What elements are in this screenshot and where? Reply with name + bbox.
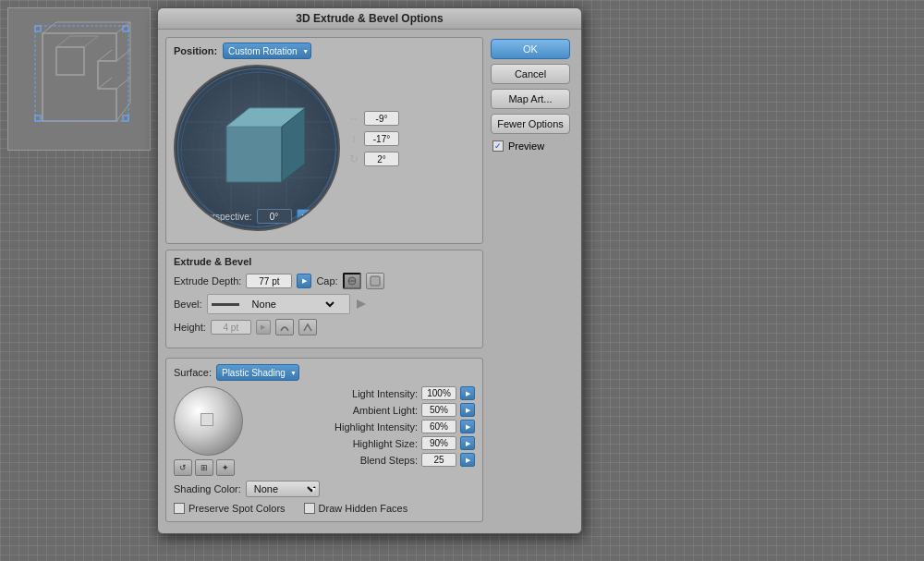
bevel-line-indicator (212, 303, 239, 306)
preview-label: Preview (508, 140, 544, 152)
bevel-arrow-wrapper (357, 298, 366, 311)
preview-checkbox[interactable]: ✓ (492, 140, 504, 152)
dialog-body: Position: Custom Rotation (158, 37, 581, 522)
position-dropdown[interactable]: Custom Rotation (223, 43, 311, 59)
highlight-intensity-row: Highlight Intensity: 60% ▶ (253, 420, 475, 433)
perspective-arrow-btn[interactable]: ▶ (297, 209, 313, 224)
bevel-selector: None (207, 294, 350, 314)
perspective-input[interactable] (257, 209, 292, 224)
light-intensity-row: Light Intensity: 100% ▶ (253, 386, 475, 400)
perspective-label: Perspective: (201, 212, 251, 222)
map-art-button[interactable]: Map Art... (491, 89, 570, 109)
extrude-depth-label: Extrude Depth: (174, 275, 241, 287)
3d-preview-container: Perspective: ▶ (174, 65, 340, 236)
blend-steps-row: Blend Steps: 25 ▶ (253, 453, 475, 467)
height-input[interactable] (211, 320, 251, 335)
dialog-right-panel: OK Cancel Map Art... Fewer Options ✓ Pre… (491, 37, 574, 522)
ambient-light-row: Ambient Light: 50% ▶ (253, 403, 475, 417)
shading-color-label: Shading Color: (174, 483, 241, 494)
rotation-x-input[interactable]: -9° (364, 111, 399, 126)
svg-marker-21 (357, 299, 366, 309)
shading-small-square (201, 413, 213, 426)
highlight-intensity-value: 60% (421, 420, 456, 433)
position-select-wrapper[interactable]: Custom Rotation (223, 43, 311, 59)
rotate-y-icon: ↕ (347, 132, 360, 145)
light-intensity-arrow[interactable]: ▶ (460, 386, 475, 400)
blend-steps-value: 25 (421, 453, 456, 467)
artwork-thumbnail (7, 7, 151, 151)
surface-content: ↺ ⊞ ✦ Light Intensity: 100% ▶ (174, 386, 475, 476)
rotation-z-input[interactable]: 2° (364, 152, 399, 166)
dialog-title: 3D Extrude & Bevel Options (296, 12, 443, 25)
draw-hidden-checkbox[interactable] (304, 503, 315, 514)
rotate-z-icon: ↻ (347, 152, 360, 165)
extrude-depth-input[interactable] (246, 274, 292, 288)
height-round-btn[interactable] (275, 319, 294, 335)
ok-button[interactable]: OK (491, 39, 570, 59)
height-label: Height: (174, 322, 206, 333)
fewer-options-button[interactable]: Fewer Options (491, 114, 570, 134)
height-row: Height: ▶ (174, 319, 475, 335)
height-arrow-btn[interactable]: ▶ (256, 320, 271, 335)
ambient-light-arrow[interactable]: ▶ (460, 403, 475, 417)
shading-color-dropdown[interactable]: None (246, 481, 320, 497)
surface-label: Surface: (174, 367, 212, 378)
svg-rect-2 (35, 116, 41, 121)
svg-marker-15 (226, 127, 282, 182)
perspective-row: Perspective: ▶ (176, 209, 338, 224)
draw-hidden-item: Draw Hidden Faces (304, 503, 408, 514)
3d-preview-sphere: Perspective: ▶ (174, 65, 340, 231)
highlight-intensity-arrow[interactable]: ▶ (460, 420, 475, 433)
extrude-depth-row: Extrude Depth: ▶ Cap: (174, 273, 475, 289)
light-intensity-value: 100% (421, 386, 456, 400)
cancel-button[interactable]: Cancel (491, 64, 570, 84)
rotation-y-row: ↕ -17° (347, 131, 399, 146)
svg-rect-3 (123, 116, 128, 121)
surface-select-wrapper[interactable]: Plastic Shading (216, 364, 299, 381)
surface-dropdown[interactable]: Plastic Shading (216, 364, 299, 381)
ambient-light-label: Ambient Light: (316, 405, 418, 416)
surface-header: Surface: Plastic Shading (174, 364, 475, 381)
position-section: Position: Custom Rotation (165, 37, 483, 244)
preserve-spot-checkbox[interactable] (174, 503, 185, 514)
blend-steps-label: Blend Steps: (316, 455, 418, 466)
rotation-y-input[interactable]: -17° (364, 131, 399, 146)
position-label: Position: (174, 45, 217, 56)
extrude-bevel-title: Extrude & Bevel (174, 256, 475, 267)
extrude-depth-arrow[interactable]: ▶ (297, 274, 311, 288)
position-content: Perspective: ▶ ↔ -9° ↕ (174, 65, 475, 236)
rotation-x-row: ↔ -9° (347, 111, 399, 126)
svg-rect-20 (371, 276, 380, 286)
preserve-spot-item: Preserve Spot Colors (174, 503, 286, 514)
bevel-dropdown[interactable]: None (245, 295, 337, 313)
cap-flat-btn[interactable] (366, 273, 384, 289)
shading-ctrl-btn-3[interactable]: ✦ (216, 459, 235, 476)
bevel-label: Bevel: (174, 299, 202, 310)
svg-rect-1 (123, 26, 128, 31)
extrude-bevel-section: Extrude & Bevel Extrude Depth: ▶ Cap: Be… (165, 250, 483, 348)
rotation-z-row: ↻ 2° (347, 152, 399, 166)
highlight-size-label: Highlight Size: (316, 438, 418, 449)
rotation-inputs: ↔ -9° ↕ -17° ↻ 2° (347, 111, 399, 166)
cap-round-btn[interactable] (343, 273, 361, 289)
shading-ctrl-btn-1[interactable]: ↺ (174, 459, 192, 476)
bevel-row: Bevel: None (174, 294, 475, 314)
svg-rect-4 (35, 26, 128, 121)
dialog-left-panel: Position: Custom Rotation (165, 37, 483, 522)
shading-preview-col: ↺ ⊞ ✦ (174, 386, 246, 476)
highlight-size-arrow[interactable]: ▶ (460, 436, 475, 450)
shading-ctrl-btn-2[interactable]: ⊞ (195, 459, 213, 476)
shading-color-wrapper[interactable]: None (246, 481, 320, 497)
blend-steps-arrow[interactable]: ▶ (460, 453, 475, 467)
shading-preview-controls: ↺ ⊞ ✦ (174, 459, 246, 476)
shading-color-row: Shading Color: None (174, 481, 475, 497)
svg-rect-0 (35, 26, 41, 31)
shading-controls-col: Light Intensity: 100% ▶ Ambient Light: 5… (253, 386, 475, 476)
light-intensity-label: Light Intensity: (316, 388, 418, 399)
dialog-title-bar: 3D Extrude & Bevel Options (158, 8, 581, 30)
height-flat-btn[interactable] (298, 319, 317, 335)
draw-hidden-label: Draw Hidden Faces (319, 503, 408, 514)
main-dialog: 3D Extrude & Bevel Options Position: Cus… (157, 7, 582, 534)
rotate-x-icon: ↔ (347, 112, 360, 125)
position-header: Position: Custom Rotation (174, 43, 475, 59)
